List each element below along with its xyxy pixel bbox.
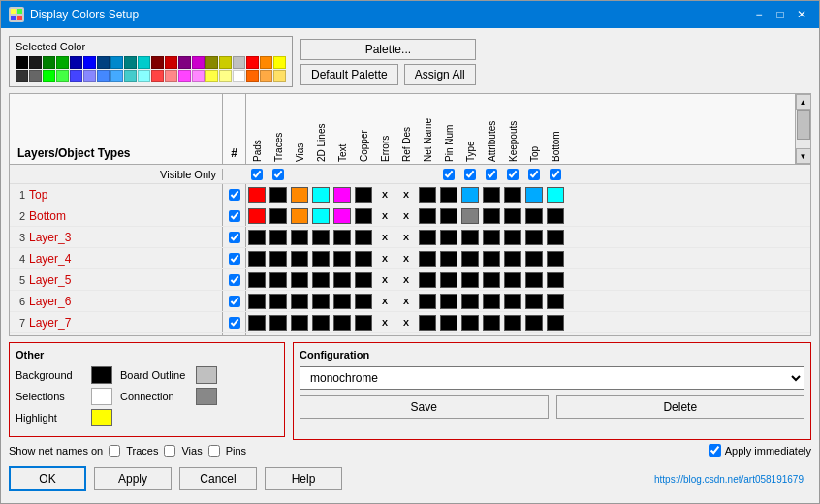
color-cell-1-4[interactable]	[333, 208, 351, 224]
color-cell-5-10[interactable]	[461, 294, 479, 309]
cell-1-6[interactable]: X	[374, 205, 395, 227]
connection-color-swatch[interactable]	[196, 388, 217, 405]
cell-3-6[interactable]: X	[374, 248, 395, 269]
color-cell-3-3[interactable]	[312, 251, 330, 267]
cell-3-14[interactable]	[545, 248, 566, 269]
color-cell-0-13[interactable]	[525, 187, 543, 203]
color-cell-1-10[interactable]	[461, 208, 479, 224]
assign-all-button[interactable]: Assign All	[404, 64, 476, 85]
color-cell-6-0[interactable]	[248, 315, 266, 331]
cell-0-7[interactable]: X	[395, 184, 417, 205]
color-cell-2-2[interactable]	[291, 230, 308, 245]
color-swatch-29[interactable]	[138, 70, 150, 82]
color-cell-5-11[interactable]	[483, 294, 500, 309]
cell-6-10[interactable]	[459, 312, 481, 333]
color-cell-0-3[interactable]	[312, 187, 330, 203]
cell-6-7[interactable]: X	[395, 312, 417, 333]
row-visible-checkbox-4[interactable]	[229, 274, 240, 286]
board-outline-color-swatch[interactable]	[196, 366, 217, 384]
close-button[interactable]: ✕	[792, 5, 811, 24]
color-swatch-17[interactable]	[246, 56, 259, 69]
color-swatch-8[interactable]	[124, 56, 137, 69]
cell-0-3[interactable]	[310, 184, 331, 205]
color-cell-4-10[interactable]	[461, 272, 479, 288]
cell-1-0[interactable]	[246, 205, 268, 227]
color-cell-1-11[interactable]	[483, 208, 500, 224]
cell-3-11[interactable]	[481, 248, 502, 269]
color-cell-3-5[interactable]	[355, 251, 372, 267]
color-cell-3-10[interactable]	[461, 251, 479, 267]
cell-5-6[interactable]: X	[374, 291, 395, 312]
cell-3-1[interactable]	[268, 248, 289, 269]
color-swatch-27[interactable]	[110, 70, 123, 82]
color-cell-4-14[interactable]	[547, 272, 564, 288]
vo-checkbox-10[interactable]	[464, 169, 476, 180]
cell-5-1[interactable]	[268, 291, 289, 312]
color-cell-0-1[interactable]	[269, 187, 287, 203]
cell-4-2[interactable]	[289, 269, 310, 291]
cell-3-8[interactable]	[417, 248, 438, 269]
color-cell-6-10[interactable]	[461, 315, 479, 331]
cell-4-12[interactable]	[502, 269, 523, 291]
color-cell-1-12[interactable]	[504, 208, 521, 224]
cell-2-9[interactable]	[438, 227, 459, 248]
cell-0-1[interactable]	[268, 184, 289, 205]
color-swatch-22[interactable]	[43, 70, 55, 82]
cell-2-10[interactable]	[459, 227, 481, 248]
color-swatch-38[interactable]	[260, 70, 272, 82]
vias-checkbox[interactable]	[164, 445, 175, 457]
cell-6-3[interactable]	[310, 312, 331, 333]
vo-checkbox-13[interactable]	[528, 169, 540, 180]
color-swatch-11[interactable]	[165, 56, 177, 69]
cell-4-7[interactable]: X	[395, 269, 417, 291]
cell-7-7[interactable]: X	[395, 333, 417, 336]
color-cell-4-1[interactable]	[269, 272, 287, 288]
row-visible-checkbox-1[interactable]	[229, 210, 240, 222]
color-cell-5-4[interactable]	[333, 294, 351, 309]
cell-0-12[interactable]	[502, 184, 523, 205]
cell-7-9[interactable]	[438, 333, 459, 336]
cell-3-7[interactable]: X	[395, 248, 417, 269]
color-swatch-12[interactable]	[178, 56, 191, 69]
color-cell-2-4[interactable]	[333, 230, 351, 245]
vo-checkbox-12[interactable]	[507, 169, 519, 180]
color-swatch-26[interactable]	[97, 70, 110, 82]
cell-0-0[interactable]	[246, 184, 268, 205]
color-cell-6-5[interactable]	[355, 315, 372, 331]
cell-6-8[interactable]	[417, 312, 438, 333]
cell-6-13[interactable]	[523, 312, 545, 333]
color-cell-2-11[interactable]	[483, 230, 500, 245]
cell-6-2[interactable]	[289, 312, 310, 333]
color-swatch-15[interactable]	[219, 56, 232, 69]
cell-7-13[interactable]	[523, 333, 545, 336]
cell-1-14[interactable]	[545, 205, 566, 227]
color-swatch-35[interactable]	[219, 70, 232, 82]
cell-5-7[interactable]: X	[395, 291, 417, 312]
cell-7-10[interactable]	[459, 333, 481, 336]
color-cell-0-12[interactable]	[504, 187, 521, 203]
color-cell-5-3[interactable]	[312, 294, 330, 309]
color-cell-3-12[interactable]	[504, 251, 521, 267]
color-cell-0-5[interactable]	[355, 187, 372, 203]
cell-2-5[interactable]	[353, 227, 374, 248]
color-cell-3-8[interactable]	[419, 251, 436, 267]
cell-3-3[interactable]	[310, 248, 331, 269]
color-cell-5-1[interactable]	[269, 294, 287, 309]
cell-4-14[interactable]	[545, 269, 566, 291]
row-visible-checkbox-6[interactable]	[229, 317, 240, 329]
color-cell-1-5[interactable]	[355, 208, 372, 224]
color-cell-2-12[interactable]	[504, 230, 521, 245]
cell-2-4[interactable]	[331, 227, 353, 248]
cell-6-12[interactable]	[502, 312, 523, 333]
color-cell-2-14[interactable]	[547, 230, 564, 245]
scroll-thumb[interactable]	[797, 110, 810, 140]
cell-6-14[interactable]	[545, 312, 566, 333]
cell-2-14[interactable]	[545, 227, 566, 248]
cell-0-4[interactable]	[331, 184, 353, 205]
color-cell-5-14[interactable]	[547, 294, 564, 309]
cell-5-8[interactable]	[417, 291, 438, 312]
color-swatch-16[interactable]	[233, 56, 245, 69]
color-cell-3-14[interactable]	[547, 251, 564, 267]
color-cell-5-13[interactable]	[525, 294, 543, 309]
cell-2-8[interactable]	[417, 227, 438, 248]
